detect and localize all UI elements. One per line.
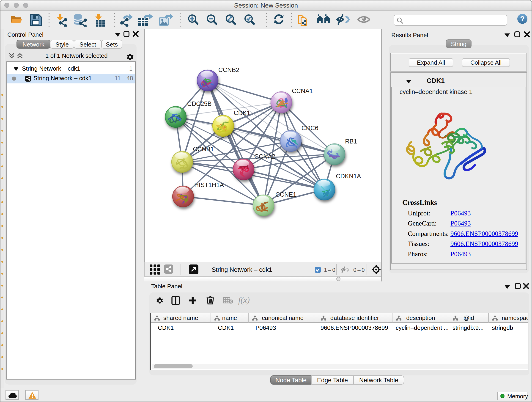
svg-text:CCNE1: CCNE1 <box>275 191 297 198</box>
svg-text:CDK1: CDK1 <box>234 109 250 116</box>
svg-text:CCNA1: CCNA1 <box>292 88 313 95</box>
svg-text:CDC6: CDC6 <box>302 125 318 132</box>
svg-text:CCNB2: CCNB2 <box>218 66 239 73</box>
svg-text:?: ? <box>520 15 525 23</box>
svg-text:CDKN1A: CDKN1A <box>336 173 361 180</box>
svg-text:CCNB1: CCNB1 <box>193 146 214 153</box>
svg-text:HIST1H1A: HIST1H1A <box>194 182 224 188</box>
svg-text:CDC25B: CDC25B <box>187 100 212 107</box>
svg-text:RB1: RB1 <box>345 138 357 145</box>
svg-text:CCNA2: CCNA2 <box>254 153 275 160</box>
